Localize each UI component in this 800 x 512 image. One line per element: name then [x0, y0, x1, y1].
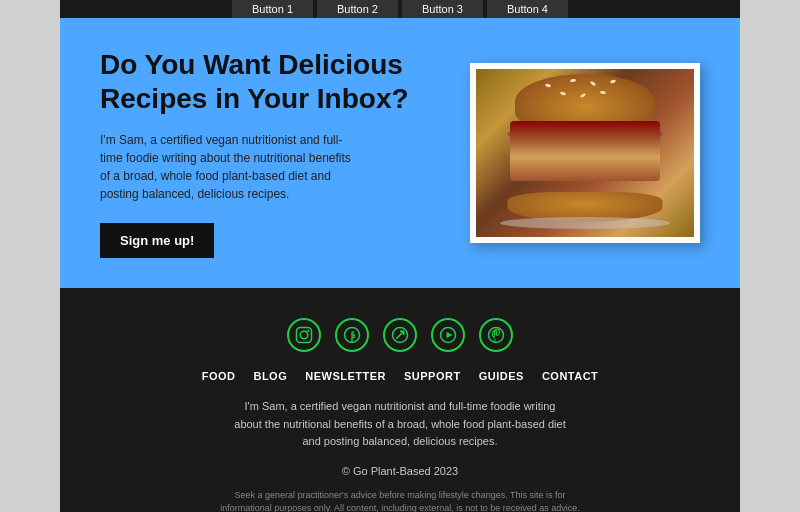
footer-nav-guides[interactable]: GUIDES	[479, 370, 524, 382]
nav-btn-2[interactable]: Button 2	[317, 0, 398, 18]
nav-btn-3[interactable]: Button 3	[402, 0, 483, 18]
footer-nav-food[interactable]: FOOD	[202, 370, 236, 382]
plate-shadow	[500, 217, 670, 229]
hero-section: Do You Want Delicious Recipes in Your In…	[60, 18, 740, 288]
footer-copyright: © Go Plant-Based 2023	[80, 465, 720, 477]
twitter-icon[interactable]	[383, 318, 417, 352]
hero-image-container	[470, 63, 700, 243]
footer-nav-support[interactable]: SUPPORT	[404, 370, 461, 382]
page-wrapper: Button 1 Button 2 Button 3 Button 4 Do Y…	[60, 0, 740, 512]
signup-button[interactable]: Sign me up!	[100, 223, 214, 258]
top-nav: Button 1 Button 2 Button 3 Button 4	[60, 0, 740, 18]
footer-nav: FOOD BLOG NEWSLETTER SUPPORT GUIDES CONT…	[80, 370, 720, 382]
svg-point-2	[307, 330, 309, 332]
burger-image	[476, 69, 694, 237]
nav-btn-4[interactable]: Button 4	[487, 0, 568, 18]
instagram-icon[interactable]	[287, 318, 321, 352]
svg-point-1	[300, 331, 308, 339]
footer-section: FOOD BLOG NEWSLETTER SUPPORT GUIDES CONT…	[60, 288, 740, 512]
svg-rect-0	[297, 328, 312, 343]
footer-nav-newsletter[interactable]: NEWSLETTER	[305, 370, 386, 382]
footer-nav-blog[interactable]: BLOG	[253, 370, 287, 382]
footer-disclaimer: Seek a general practitioner's advice bef…	[210, 489, 590, 512]
facebook-icon[interactable]	[335, 318, 369, 352]
burger-filling	[510, 121, 660, 181]
hero-text: Do You Want Delicious Recipes in Your In…	[100, 48, 470, 258]
svg-marker-6	[447, 332, 453, 338]
footer-nav-contact[interactable]: CONTACT	[542, 370, 598, 382]
nav-btn-1[interactable]: Button 1	[232, 0, 313, 18]
social-icons	[80, 318, 720, 352]
footer-bio: I'm Sam, a certified vegan nutritionist …	[230, 398, 570, 451]
youtube-icon[interactable]	[431, 318, 465, 352]
hero-description: I'm Sam, a certified vegan nutritionist …	[100, 131, 360, 203]
pinterest-icon[interactable]	[479, 318, 513, 352]
hero-title: Do You Want Delicious Recipes in Your In…	[100, 48, 450, 115]
